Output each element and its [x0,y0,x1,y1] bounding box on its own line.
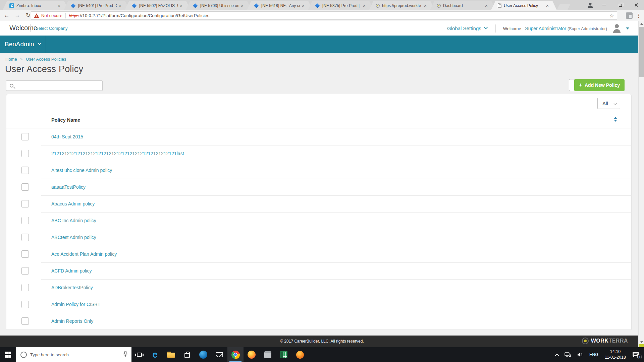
add-new-policy-button[interactable]: + Add New Policy [574,79,625,91]
tab-close-icon[interactable]: × [423,3,427,8]
policy-name-link[interactable]: A test uhc clone Admin policy [51,168,112,173]
scroll-down-icon[interactable] [640,341,643,343]
row-checkbox[interactable] [21,200,29,207]
tab-close-icon[interactable]: × [362,3,366,8]
filter-dropdown[interactable]: All [597,98,620,109]
policy-name-link[interactable]: Ace Accident Plan Admin policy [51,251,117,257]
tab-close-icon[interactable]: × [240,3,244,8]
chevron-down-icon[interactable] [484,25,488,29]
jira-favicon-icon [71,3,75,8]
back-icon[interactable]: ← [3,11,11,19]
row-checkbox[interactable] [21,317,29,325]
bookmark-star-icon[interactable]: ☆ [609,12,614,19]
taskbar-search-input[interactable]: Type here to search [16,347,131,362]
breadcrumb-current-link[interactable]: User Access Policies [26,57,66,62]
browser-tab[interactable]: [NF-5618] NF:- Any con× [247,1,313,10]
new-tab-button[interactable] [557,4,570,10]
taskbar-app-edge[interactable]: e [147,347,163,362]
volume-icon[interactable] [574,347,586,362]
tray-expand-button[interactable] [552,347,561,362]
tab-close-icon[interactable]: × [179,3,183,8]
breadcrumb-home-link[interactable]: Home [5,57,17,62]
tab-strip: ZZimbra: Inbox×[NF-5401] Pre Prod- Op×[N… [3,1,569,10]
address-bar[interactable]: ! Not secure https://10.0.2.71/Platform/… [31,11,617,20]
row-checkbox[interactable] [21,133,29,140]
restore-button[interactable] [614,1,626,9]
policy-name-link[interactable]: ADBrokerTestPolicy [51,285,93,290]
close-button[interactable] [631,1,642,9]
policy-name-link[interactable]: 2121212121212121212121212121212121212121… [51,151,184,156]
taskbar-app-orange-app[interactable] [292,347,308,362]
policy-name-link[interactable]: ACFD Admin policy [51,268,92,274]
user-menu-caret-icon[interactable] [626,27,629,29]
row-checkbox[interactable] [21,150,29,157]
language-indicator[interactable]: ENG [586,347,601,362]
policy-name-link[interactable]: Abacus Admin policy [51,201,95,206]
tab-title: [NF-5401] Pre Prod- Op [78,3,117,8]
action-center-button[interactable]: 1 [629,347,644,362]
table-row: ABC Inc Admin policy [6,212,631,229]
minimize-button[interactable] [598,1,610,9]
scrollbar-thumb[interactable] [639,27,644,77]
row-checkbox[interactable] [21,183,29,191]
network-icon[interactable] [561,347,574,362]
url-text[interactable]: https://10.0.2.71/Platform/Configuration… [69,13,607,18]
nav-menu-benadmin[interactable]: BenAdmin [5,41,40,48]
browser-titlebar: ZZimbra: Inbox×[NF-5401] Pre Prod- Op×[N… [0,0,644,10]
tab-close-icon[interactable]: × [118,3,122,8]
browser-profile-icon[interactable] [587,2,594,8]
browser-tab[interactable]: User Access Policy× [491,1,557,10]
taskbar-app-file-explorer[interactable] [163,347,179,362]
policy-name-link[interactable]: ABC Inc Admin policy [51,218,96,223]
tab-close-icon[interactable]: × [545,3,549,8]
extension-icon[interactable] [626,12,633,19]
row-checkbox[interactable] [21,301,29,308]
policy-name-link[interactable]: 04th Sept 2015 [51,134,83,139]
tab-close-icon[interactable]: × [301,3,305,8]
row-checkbox[interactable] [21,167,29,174]
browser-tab[interactable]: [NF-5703] UI issue on u× [186,1,252,10]
taskbar-app-excel[interactable] [276,347,292,362]
browser-menu-icon[interactable]: ⋮ [636,12,641,19]
tab-close-icon[interactable]: × [57,3,61,8]
policy-name-link[interactable]: Admin Reports Only [51,318,93,324]
taskbar-app-store[interactable] [179,347,195,362]
row-checkbox[interactable] [21,217,29,224]
policy-name-link[interactable]: ABCtest Admin policy [51,235,96,240]
avatar[interactable] [612,23,622,34]
browser-tab[interactable]: https://preprod.workte× [369,1,435,10]
row-checkbox[interactable] [21,284,29,291]
clock[interactable]: 14:10 11-01-2018 [601,347,629,362]
taskbar-app-mail[interactable] [211,347,227,362]
row-checkbox[interactable] [21,234,29,241]
browser-tab[interactable]: [NF-5401] Pre Prod- Op× [64,1,129,10]
select-company-link[interactable]: Select Company [36,26,67,31]
scrollbar[interactable] [638,21,644,347]
global-settings-link[interactable]: Global Settings [447,25,481,31]
browser-tab[interactable]: [NF-5502] FAZOLIS- UA× [125,1,191,10]
table-row: 04th Sept 2015 [6,128,631,145]
taskbar-app-gray-app[interactable] [260,347,276,362]
policy-name-link[interactable]: Admin Policy for CISBT [51,302,100,307]
browser-tab[interactable]: [NF-5375] Pre-Prod | In× [308,1,374,10]
sort-icon[interactable] [614,117,617,122]
search-input[interactable] [6,80,103,91]
taskbar-app-firefox[interactable] [244,347,260,362]
tab-close-icon[interactable]: × [484,3,488,8]
row-checkbox[interactable] [21,267,29,275]
table-row: Admin Reports Only [6,313,631,329]
browser-tab[interactable]: ZZimbra: Inbox× [3,1,68,10]
policy-table-body: 04th Sept 201521212121212121212121212121… [6,128,631,329]
microphone-icon[interactable] [123,351,127,358]
security-label[interactable]: Not secure [41,13,62,18]
taskbar-app-blue-app[interactable] [195,347,211,362]
taskbar-apps: e [147,347,308,362]
policy-name-link[interactable]: aaaaaTestPolicy [51,184,86,190]
taskbar-app-chrome[interactable] [227,347,244,362]
scroll-up-icon[interactable] [640,23,643,25]
task-view-button[interactable] [131,347,147,362]
browser-tab[interactable]: Dashboard× [430,1,496,10]
row-checkbox[interactable] [21,250,29,258]
start-button[interactable] [0,347,16,362]
not-secure-warning-icon[interactable]: ! [34,13,39,18]
